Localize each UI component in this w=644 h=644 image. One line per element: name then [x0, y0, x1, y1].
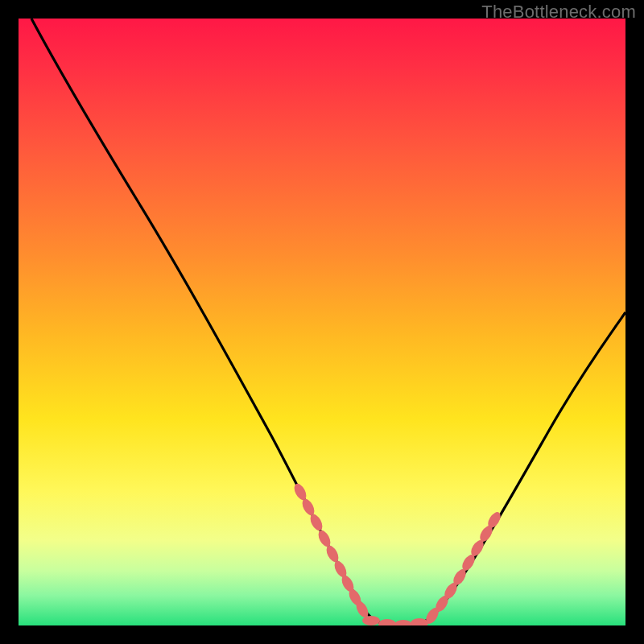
curve-svg [19, 19, 625, 625]
svg-point-11 [394, 620, 412, 625]
dots-right [423, 510, 503, 625]
bottleneck-curve [31, 19, 625, 625]
svg-point-3 [316, 528, 333, 548]
plot-area [19, 19, 625, 625]
dots-bottom [362, 616, 428, 625]
outer-frame: TheBottleneck.com [0, 0, 644, 644]
svg-point-1 [300, 497, 317, 517]
svg-point-2 [308, 512, 325, 532]
svg-point-12 [411, 618, 428, 625]
svg-point-0 [292, 481, 309, 502]
dots-left [292, 481, 371, 619]
svg-point-9 [362, 616, 380, 625]
svg-point-4 [324, 543, 341, 564]
svg-point-10 [378, 619, 396, 625]
